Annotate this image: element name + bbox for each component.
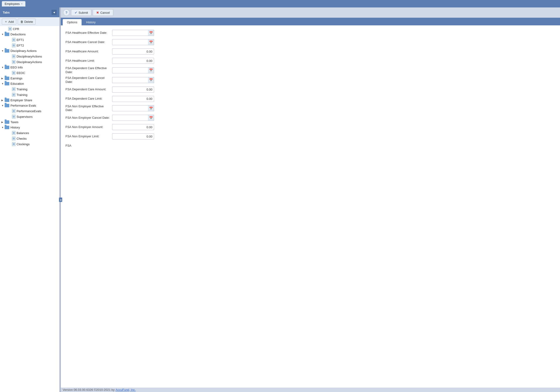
document-icon bbox=[12, 137, 15, 140]
date-input-fsa-hc-cancel-date[interactable] bbox=[112, 39, 154, 45]
sidebar-item-clockings[interactable]: Clockings bbox=[0, 141, 60, 147]
number-input-fsa-dep-care-limit[interactable] bbox=[112, 96, 154, 102]
folder-icon bbox=[5, 104, 9, 107]
tree-item-label: History bbox=[10, 126, 20, 129]
version-link[interactable]: AccuFund, Inc. bbox=[116, 388, 136, 392]
number-input-fsa-hc-amount[interactable] bbox=[112, 48, 154, 55]
plus-icon: ＋ bbox=[4, 19, 8, 24]
sidebar-item-cpr[interactable]: CPR bbox=[0, 26, 60, 32]
field-label-fsa-non-emp-eff-date: FSA Non Employer Effective Date: bbox=[65, 105, 112, 112]
document-icon bbox=[12, 131, 15, 135]
number-input-fsa-hc-limit[interactable] bbox=[112, 58, 154, 64]
sidebar-item-disc2[interactable]: DisciplinaryActions bbox=[0, 59, 60, 65]
sidebar-item-history[interactable]: ▼ History bbox=[0, 125, 60, 130]
date-input-wrap-fsa-non-emp-eff-date: 📅 bbox=[112, 105, 154, 111]
add-button[interactable]: ＋ Add bbox=[2, 19, 16, 25]
number-input-fsa-non-emp-limit[interactable] bbox=[112, 133, 154, 139]
document-icon bbox=[12, 109, 15, 113]
folder-arrow-icon: ▶ bbox=[1, 77, 5, 80]
sidebar-title: Tabs bbox=[3, 11, 10, 14]
sidebar-item-eft2[interactable]: EFT2 bbox=[0, 43, 60, 48]
field-label-fsa-partial: FSA bbox=[65, 144, 112, 148]
folder-arrow-icon: ▶ bbox=[1, 121, 5, 123]
delete-label: Delete bbox=[24, 20, 33, 24]
sidebar-item-performance-evals[interactable]: ▼ Performance Evals bbox=[0, 103, 60, 108]
sidebar-item-employer-share[interactable]: ▶ Employer Share bbox=[0, 97, 60, 103]
number-input-fsa-non-emp-amount[interactable] bbox=[112, 124, 154, 130]
number-input-fsa-dep-care-amount[interactable] bbox=[112, 86, 154, 93]
sidebar-item-eft1[interactable]: EFT1 bbox=[0, 37, 60, 43]
field-label-fsa-dep-care-amount: FSA Dependent Care Amount: bbox=[65, 87, 112, 91]
toolbar: ? ✔ Submit ✖ Cancel bbox=[61, 8, 560, 18]
calendar-button-fsa-non-emp-cancel-date[interactable]: 📅 bbox=[148, 115, 154, 121]
calendar-button-fsa-hc-eff-date[interactable]: 📅 bbox=[148, 30, 154, 36]
date-input-fsa-dep-care-eff-date[interactable] bbox=[112, 67, 154, 73]
date-input-wrap-fsa-dep-care-eff-date: 📅 bbox=[112, 67, 154, 73]
tree-item-label: EEOC bbox=[17, 71, 25, 75]
calendar-button-fsa-non-emp-eff-date[interactable]: 📅 bbox=[148, 105, 154, 111]
tree-item-label: EEO Info bbox=[10, 66, 23, 69]
date-input-fsa-dep-care-cancel-date[interactable] bbox=[112, 77, 154, 83]
tree-item-label: Supervisors bbox=[17, 115, 33, 118]
sidebar-item-checks[interactable]: Checks bbox=[0, 136, 60, 141]
submit-button[interactable]: ✔ Submit bbox=[71, 9, 91, 16]
document-icon bbox=[12, 115, 15, 118]
cancel-icon: ✖ bbox=[96, 11, 99, 14]
folder-icon bbox=[5, 98, 9, 102]
employees-tab-label: Employees bbox=[5, 2, 20, 6]
calendar-button-fsa-hc-cancel-date[interactable]: 📅 bbox=[148, 39, 154, 45]
sidebar-item-taxes[interactable]: ▶ Taxes bbox=[0, 119, 60, 125]
sidebar: Tabs ◄ ＋ Add 🗑 Delete CPR ▼ Deductions bbox=[0, 8, 60, 392]
date-input-fsa-non-emp-cancel-date[interactable] bbox=[112, 115, 154, 121]
tree-item-label: CPR bbox=[13, 27, 19, 31]
tree-item-label: Balances bbox=[17, 131, 29, 135]
sidebar-header: Tabs ◄ bbox=[0, 8, 60, 17]
add-label: Add bbox=[8, 20, 14, 24]
tree-item-label: Taxes bbox=[10, 120, 18, 124]
help-button[interactable]: ? bbox=[63, 9, 70, 16]
delete-button[interactable]: 🗑 Delete bbox=[18, 19, 36, 25]
tree-item-label: DisciplinaryActions bbox=[17, 60, 42, 64]
calendar-button-fsa-dep-care-cancel-date[interactable]: 📅 bbox=[148, 77, 154, 83]
form-row-fsa-non-emp-cancel-date: FSA Non Employer Cancel Date:📅 bbox=[65, 114, 555, 122]
form-row-fsa-dep-care-cancel-date: FSA Dependent Care Cancel Date:📅 bbox=[65, 76, 555, 84]
date-input-wrap-fsa-non-emp-cancel-date: 📅 bbox=[112, 115, 154, 121]
sidebar-item-disciplinary-actions[interactable]: ▼ Disciplinary Actions bbox=[0, 48, 60, 54]
field-label-fsa-hc-eff-date: FSA Healthcare Effective Date: bbox=[65, 31, 112, 35]
folder-icon bbox=[5, 126, 9, 129]
folder-icon bbox=[5, 33, 9, 36]
close-tab-icon[interactable]: × bbox=[21, 2, 22, 5]
date-input-fsa-hc-eff-date[interactable] bbox=[112, 30, 154, 36]
sidebar-item-deductions[interactable]: ▼ Deductions bbox=[0, 32, 60, 37]
document-icon bbox=[12, 142, 15, 146]
sidebar-item-balances[interactable]: Balances bbox=[0, 130, 60, 136]
sidebar-item-eeoc[interactable]: EEOC bbox=[0, 70, 60, 76]
document-icon bbox=[12, 55, 15, 58]
submit-label: Submit bbox=[79, 11, 88, 14]
tree-item-label: PerformanceEvals bbox=[17, 109, 41, 113]
tab-options[interactable]: Options bbox=[63, 19, 81, 25]
field-label-fsa-dep-care-limit: FSA Dependent Care Limit: bbox=[65, 97, 112, 101]
cancel-button[interactable]: ✖ Cancel bbox=[93, 9, 113, 16]
title-bar: Employees × bbox=[0, 0, 560, 8]
form-row-fsa-non-emp-limit: FSA Non Employer Limit: bbox=[65, 133, 555, 140]
date-input-fsa-non-emp-eff-date[interactable] bbox=[112, 105, 154, 111]
tab-history[interactable]: History bbox=[82, 19, 100, 25]
sidebar-item-perfeval[interactable]: PerformanceEvals bbox=[0, 108, 60, 114]
form-row-fsa-hc-eff-date: FSA Healthcare Effective Date:📅 bbox=[65, 29, 555, 37]
employees-tab[interactable]: Employees × bbox=[2, 1, 25, 7]
sidebar-item-training2[interactable]: Training bbox=[0, 92, 60, 97]
sidebar-item-disc1[interactable]: DisciplinaryActions bbox=[0, 54, 60, 59]
form-row-fsa-hc-cancel-date: FSA Healthcare Cancel Date:📅 bbox=[65, 38, 555, 46]
calendar-button-fsa-dep-care-eff-date[interactable]: 📅 bbox=[148, 67, 154, 73]
sidebar-resize-handle[interactable] bbox=[60, 8, 61, 392]
sidebar-item-education[interactable]: ▼ Education bbox=[0, 81, 60, 86]
sidebar-item-eeo-info[interactable]: ▼ EEO Info bbox=[0, 65, 60, 70]
tree-item-label: Earnings bbox=[10, 76, 22, 80]
sidebar-item-training1[interactable]: Training bbox=[0, 86, 60, 92]
sidebar-collapse-button[interactable]: ◄ bbox=[51, 10, 57, 15]
sidebar-item-earnings[interactable]: ▶ Earnings bbox=[0, 76, 60, 81]
document-icon bbox=[12, 71, 15, 75]
document-icon bbox=[8, 27, 12, 31]
sidebar-item-supervisors[interactable]: Supervisors bbox=[0, 114, 60, 119]
